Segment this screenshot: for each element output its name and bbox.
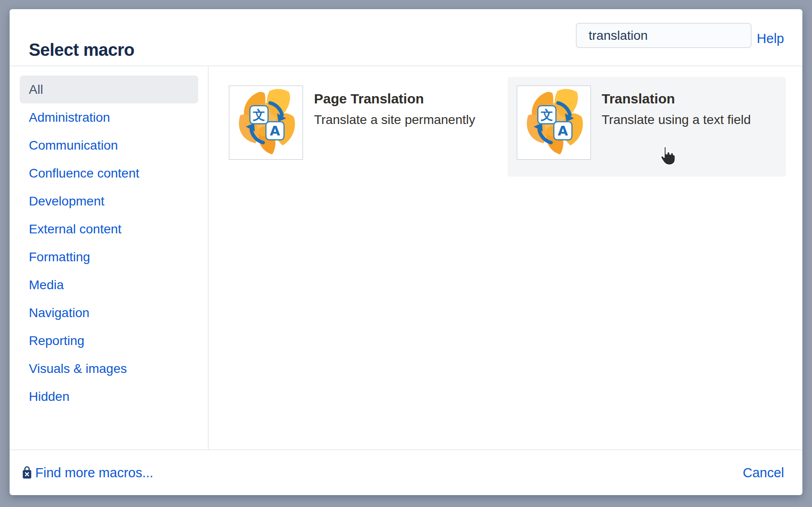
sidebar-item-navigation[interactable]: Navigation — [20, 299, 198, 327]
svg-text:文: 文 — [253, 108, 265, 122]
macro-icon-box: 文 A — [229, 86, 303, 160]
find-more-macros-label: Find more macros... — [35, 465, 153, 480]
macro-title: Page Translation — [314, 91, 475, 107]
macro-icon-box: 文 A — [517, 86, 591, 160]
macro-card-text: Page Translation Translate a site perman… — [314, 86, 475, 127]
sidebar-item-confluence-content[interactable]: Confluence content — [20, 159, 198, 187]
sidebar-item-external-content[interactable]: External content — [20, 215, 198, 243]
page-background: { "dialog": { "title": "Select macro", "… — [0, 0, 812, 507]
sidebar-item-development[interactable]: Development — [20, 187, 198, 215]
dialog-body: All Administration Communication Conflue… — [10, 66, 802, 449]
macro-title: Translation — [602, 91, 751, 107]
sidebar-item-reporting[interactable]: Reporting — [20, 327, 198, 355]
marketplace-bag-icon — [22, 466, 32, 480]
svg-text:A: A — [270, 123, 281, 139]
select-macro-dialog: Select macro Help All Administration Com… — [10, 9, 802, 495]
cancel-button[interactable]: Cancel — [743, 465, 784, 480]
sidebar-item-all[interactable]: All — [20, 76, 198, 103]
category-list: All Administration Communication Conflue… — [10, 76, 208, 410]
dialog-header: Select macro Help — [10, 9, 802, 66]
macro-card-page-translation[interactable]: 文 A Page Translation Translate a site pe… — [220, 77, 498, 177]
macro-card-text: Translation Translate using a text field — [602, 86, 751, 127]
translation-flower-icon: 文 A — [519, 87, 589, 158]
macro-results-list: 文 A Page Translation Translate a site pe… — [209, 66, 802, 449]
dialog-footer: Find more macros... Cancel — [10, 449, 802, 495]
page-title: Select macro — [29, 40, 135, 60]
translation-flower-icon: 文 A — [519, 87, 589, 156]
sidebar-item-formatting[interactable]: Formatting — [20, 243, 198, 271]
svg-text:A: A — [558, 123, 568, 139]
translation-flower-icon: 文 A — [231, 87, 301, 156]
sidebar-item-visuals-images[interactable]: Visuals & images — [20, 355, 198, 383]
find-more-macros-link[interactable]: Find more macros... — [22, 465, 153, 480]
macro-card-translation[interactable]: 文 A Translation Translate using a text f… — [508, 77, 786, 177]
macro-search-input[interactable] — [576, 23, 752, 48]
sidebar-item-hidden[interactable]: Hidden — [20, 383, 198, 410]
sidebar-item-communication[interactable]: Communication — [20, 131, 198, 159]
category-sidebar: All Administration Communication Conflue… — [10, 66, 209, 449]
translation-flower-icon: 文 A — [231, 87, 301, 158]
svg-text:文: 文 — [541, 108, 553, 122]
macro-description: Translate using a text field — [602, 113, 751, 127]
sidebar-item-administration[interactable]: Administration — [20, 103, 198, 131]
sidebar-item-media[interactable]: Media — [20, 271, 198, 299]
macro-description: Translate a site permanently — [314, 113, 475, 127]
help-link[interactable]: Help — [757, 31, 784, 46]
